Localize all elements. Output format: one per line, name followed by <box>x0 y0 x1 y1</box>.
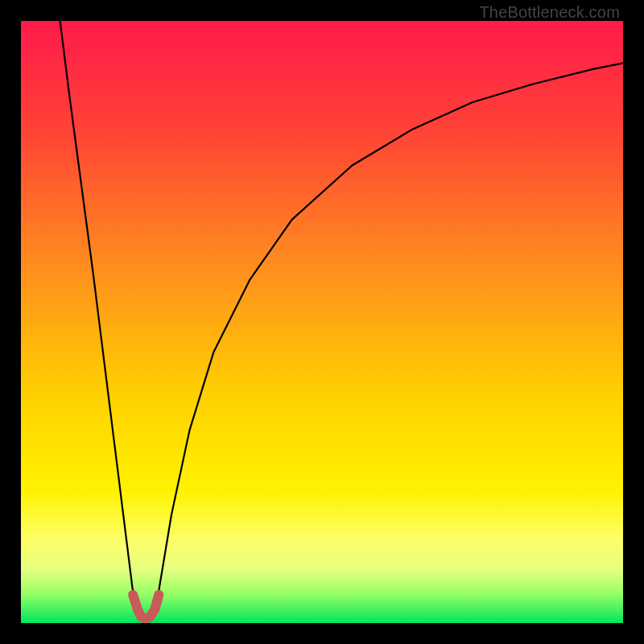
watermark-text: TheBottleneck.com <box>479 3 620 22</box>
gradient-background <box>21 21 623 623</box>
chart-frame <box>21 21 623 623</box>
chart-canvas <box>21 21 623 623</box>
